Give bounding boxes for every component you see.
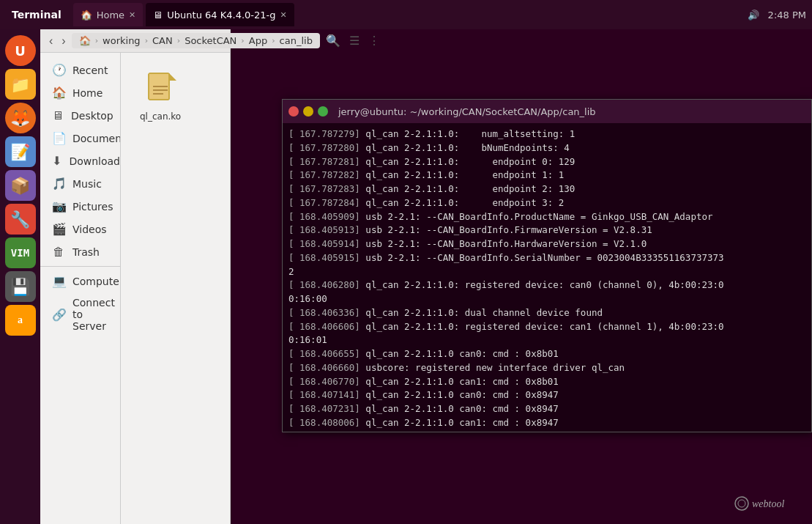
sidebar-label-computer: Computer bbox=[72, 276, 121, 287]
sidebar-label-documents: Documents bbox=[72, 133, 121, 144]
fm-toolbar-right: 🔍 ☰ ⋮ bbox=[323, 32, 383, 49]
sidebar-label-recent: Recent bbox=[72, 64, 108, 76]
amazon-icon[interactable]: a bbox=[5, 305, 36, 336]
file-name-ql-can: ql_can.ko bbox=[140, 111, 181, 122]
recent-icon: 🕐 bbox=[52, 63, 65, 77]
svg-marker-1 bbox=[169, 73, 176, 81]
ubuntu-tab-icon: 🖥 bbox=[153, 10, 163, 21]
terminal-titlebar: jerry@ubuntu: ~/working/CAN/SocketCAN/Ap… bbox=[283, 100, 811, 123]
sidebar-item-music[interactable]: 🎵 Music bbox=[40, 172, 120, 195]
vim-icon[interactable]: VIM bbox=[5, 237, 36, 268]
pictures-icon: 📷 bbox=[52, 199, 65, 213]
breadcrumb-can[interactable]: CAN bbox=[149, 34, 176, 47]
documents-icon: 📄 bbox=[52, 131, 65, 145]
sidebar-item-downloads[interactable]: ⬇ Downloads bbox=[40, 150, 120, 172]
sidebar-label-pictures: Pictures bbox=[72, 201, 113, 213]
app8-icon[interactable]: 💾 bbox=[5, 271, 36, 302]
fm-toolbar: ‹ › 🏠 › working › CAN › SocketCAN › App … bbox=[40, 29, 230, 53]
terminal-minimize-button[interactable] bbox=[303, 106, 313, 117]
notepad-icon[interactable]: 📝 bbox=[5, 136, 36, 167]
ubuntu-icon[interactable]: U bbox=[5, 35, 36, 66]
sidebar-item-connect-to-server[interactable]: 🔗 Connect to Server bbox=[40, 292, 120, 336]
sidebar-label-trash: Trash bbox=[72, 246, 100, 258]
terminal-body[interactable]: [ 167.787279] ql_can 2-2.1:1.0: num_alts… bbox=[283, 123, 811, 432]
files-icon[interactable]: 📁 bbox=[5, 69, 36, 100]
sidebar-label-downloads: Downloads bbox=[69, 155, 121, 167]
sidebar-item-recent[interactable]: 🕐 Recent bbox=[40, 59, 120, 81]
sidebar-item-documents[interactable]: 📄 Documents bbox=[40, 127, 120, 150]
terminal-close-button[interactable] bbox=[288, 106, 299, 117]
file-item-ql-can[interactable]: ql_can.ko bbox=[135, 67, 185, 126]
home-icon: 🏠 bbox=[52, 86, 65, 100]
back-button[interactable]: ‹ bbox=[46, 33, 56, 49]
trash-icon: 🗑 bbox=[52, 245, 65, 259]
taskbar: Terminal 🏠 Home ✕ 🖥 Ubuntu 64 K4.4.0-21-… bbox=[0, 0, 812, 29]
svg-text:webtool: webtool bbox=[752, 498, 784, 509]
sidebar-item-computer[interactable]: 💻 Computer bbox=[40, 270, 120, 292]
terminal-title: jerry@ubuntu: ~/working/CAN/SocketCAN/Ap… bbox=[338, 106, 596, 117]
terminal-maximize-button[interactable] bbox=[318, 106, 328, 117]
app6-icon[interactable]: 🔧 bbox=[5, 204, 36, 235]
app-dock: U 📁 🦊 📝 📦 🔧 VIM 💾 a bbox=[0, 29, 40, 524]
sidebar-item-desktop[interactable]: 🖥 Desktop bbox=[40, 104, 120, 127]
webtool-logo: webtool bbox=[734, 492, 800, 517]
forward-button[interactable]: › bbox=[59, 33, 68, 49]
file-icon-ql-can bbox=[143, 72, 178, 107]
tab-home-label: Home bbox=[97, 10, 124, 21]
tab-ubuntu-label: Ubuntu 64 K4.4.0-21-g bbox=[167, 10, 275, 21]
fm-sidebar: 🕐 Recent 🏠 Home 🖥 Desktop 📄 Documents ⬇ bbox=[40, 53, 121, 524]
menu-button[interactable]: ⋮ bbox=[365, 32, 383, 49]
computer-icon: 💻 bbox=[52, 274, 65, 288]
volume-icon[interactable]: 🔊 bbox=[748, 10, 759, 21]
sidebar-item-videos[interactable]: 🎬 Videos bbox=[40, 218, 120, 240]
breadcrumb-home[interactable]: 🏠 bbox=[76, 34, 94, 47]
terminal-window: jerry@ubuntu: ~/working/CAN/SocketCAN/Ap… bbox=[282, 99, 812, 432]
tab-home-close[interactable]: ✕ bbox=[129, 10, 135, 20]
sidebar-label-desktop: Desktop bbox=[71, 110, 113, 122]
connect-icon: 🔗 bbox=[52, 308, 65, 322]
clock: 2:48 PM bbox=[768, 10, 806, 21]
taskbar-right: 🔊 2:48 PM bbox=[748, 10, 806, 21]
app-title: Terminal bbox=[6, 9, 62, 21]
sidebar-item-home[interactable]: 🏠 Home bbox=[40, 81, 120, 104]
tab-home[interactable]: 🏠 Home ✕ bbox=[73, 3, 144, 26]
file-manager: ‹ › 🏠 › working › CAN › SocketCAN › App … bbox=[40, 29, 231, 524]
breadcrumb-can-lib[interactable]: can_lib bbox=[277, 34, 316, 47]
downloads-icon: ⬇ bbox=[52, 154, 62, 168]
search-button[interactable]: 🔍 bbox=[323, 32, 343, 49]
sidebar-label-music: Music bbox=[72, 178, 102, 190]
breadcrumb-working[interactable]: working bbox=[100, 34, 144, 47]
desktop-icon: 🖥 bbox=[52, 108, 64, 122]
tab-ubuntu[interactable]: 🖥 Ubuntu 64 K4.4.0-21-g ✕ bbox=[146, 3, 294, 26]
app5-icon[interactable]: 📦 bbox=[5, 170, 36, 201]
view-toggle-button[interactable]: ☰ bbox=[346, 32, 362, 49]
svg-point-6 bbox=[735, 497, 748, 510]
sidebar-label-connect: Connect to Server bbox=[72, 297, 115, 332]
sidebar-item-trash[interactable]: 🗑 Trash bbox=[40, 240, 120, 263]
sidebar-label-videos: Videos bbox=[72, 224, 107, 235]
fm-content: ql_can.ko bbox=[121, 53, 230, 524]
firefox-icon[interactable]: 🦊 bbox=[5, 103, 36, 133]
videos-icon: 🎬 bbox=[52, 222, 65, 236]
sidebar-label-home: Home bbox=[72, 87, 103, 99]
svg-point-7 bbox=[738, 500, 745, 507]
breadcrumb-app[interactable]: App bbox=[246, 34, 270, 47]
breadcrumb: 🏠 › working › CAN › SocketCAN › App › ca… bbox=[72, 33, 320, 48]
tab-ubuntu-close[interactable]: ✕ bbox=[280, 10, 286, 20]
sidebar-item-pictures[interactable]: 📷 Pictures bbox=[40, 195, 120, 218]
music-icon: 🎵 bbox=[52, 177, 65, 191]
home-tab-icon: 🏠 bbox=[81, 10, 92, 21]
breadcrumb-socketcan[interactable]: SocketCAN bbox=[182, 34, 239, 47]
